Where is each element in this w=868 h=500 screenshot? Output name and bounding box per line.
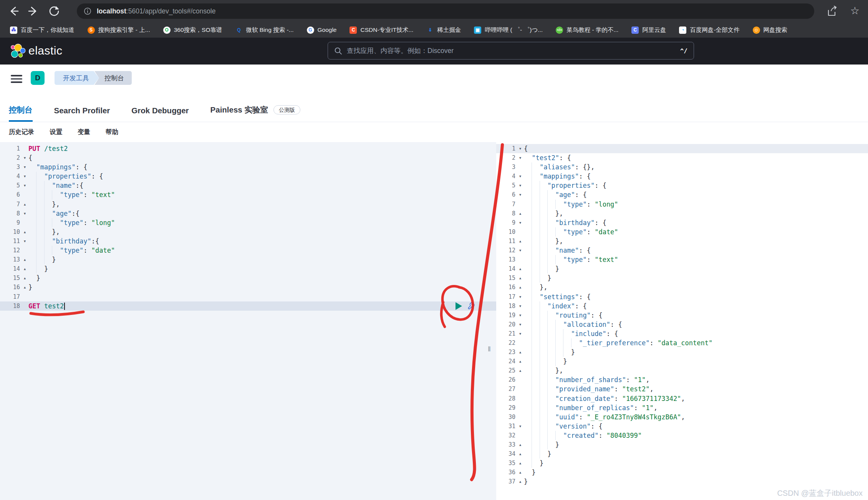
code-line[interactable]: 37▲} bbox=[496, 477, 868, 486]
code-line[interactable]: 13▲} bbox=[0, 255, 496, 264]
fold-toggle-icon[interactable]: ▲ bbox=[517, 209, 524, 218]
code-line[interactable]: 22"_tier_preference": "data_content" bbox=[496, 338, 868, 348]
fold-toggle-icon[interactable]: ▲ bbox=[517, 366, 524, 375]
bookmark-item[interactable]: O360搜索，SO靠谱 bbox=[163, 26, 222, 34]
code-line[interactable]: 26"number_of_shards": "1", bbox=[496, 375, 868, 384]
tab-console[interactable]: 控制台 bbox=[9, 104, 33, 122]
console-menu-item-0[interactable]: 历史记录 bbox=[9, 128, 34, 136]
code-line[interactable]: 14▲} bbox=[0, 264, 496, 273]
console-menu-item-2[interactable]: 变量 bbox=[78, 128, 90, 136]
url-bar[interactable]: localhost:5601/app/dev_tools#/console bbox=[77, 3, 814, 19]
code-line[interactable]: 5▼"name":{ bbox=[0, 181, 496, 190]
code-line[interactable]: 12▼"name": { bbox=[496, 246, 868, 255]
code-line[interactable]: 8▼"age":{ bbox=[0, 209, 496, 218]
fold-toggle-icon[interactable]: ▲ bbox=[21, 200, 28, 209]
code-line[interactable]: 10▲}, bbox=[0, 227, 496, 237]
fold-toggle-icon[interactable]: ▲ bbox=[21, 255, 28, 264]
code-line[interactable]: 36▲} bbox=[496, 468, 868, 477]
code-line[interactable]: 2▼"test2": { bbox=[496, 153, 868, 162]
code-line[interactable]: 4▼"mappings": { bbox=[496, 172, 868, 181]
tab-painless-[interactable]: Painless 实验室公测版 bbox=[210, 104, 300, 122]
fold-toggle-icon[interactable]: ▼ bbox=[517, 190, 524, 199]
code-line[interactable]: 18▼"index": { bbox=[496, 301, 868, 311]
bookmark-item[interactable]: ⁂百度一下，你就知道 bbox=[10, 26, 75, 34]
forward-icon[interactable] bbox=[28, 5, 39, 17]
fold-toggle-icon[interactable]: ▲ bbox=[21, 273, 28, 283]
fold-toggle-icon[interactable]: ▼ bbox=[517, 153, 524, 162]
code-line[interactable]: 2▼{ bbox=[0, 153, 496, 162]
fold-toggle-icon[interactable]: ▼ bbox=[517, 172, 524, 181]
fold-toggle-icon[interactable]: ▲ bbox=[517, 468, 524, 477]
code-line[interactable]: 11▼"birthday":{ bbox=[0, 237, 496, 246]
code-line[interactable]: 3"aliases": {}, bbox=[496, 162, 868, 172]
menu-hamburger-icon[interactable] bbox=[11, 75, 22, 84]
code-line[interactable]: 7▲}, bbox=[0, 200, 496, 209]
console-menu-item-1[interactable]: 设置 bbox=[50, 128, 62, 136]
fold-toggle-icon[interactable]: ▲ bbox=[517, 273, 524, 283]
fold-toggle-icon[interactable]: ▼ bbox=[517, 181, 524, 190]
bookmark-item[interactable]: </>菜鸟教程 - 学的不... bbox=[556, 26, 618, 34]
code-line[interactable]: 10"type": "date" bbox=[496, 227, 868, 237]
code-line[interactable]: 8▲}, bbox=[496, 209, 868, 218]
fold-toggle-icon[interactable]: ▲ bbox=[21, 227, 28, 237]
bookmark-item[interactable]: ◔百度网盘-全部文件 bbox=[679, 26, 739, 34]
code-line[interactable]: 19▼"routing": { bbox=[496, 311, 868, 320]
code-line[interactable]: 24▲} bbox=[496, 357, 868, 366]
code-line[interactable]: 1PUT /test2 bbox=[0, 144, 496, 153]
fold-toggle-icon[interactable]: ▲ bbox=[21, 264, 28, 273]
code-line[interactable]: 21▼"include": { bbox=[496, 329, 868, 338]
code-line[interactable]: 29"number_of_replicas": "1", bbox=[496, 403, 868, 412]
code-line[interactable]: 11▲}, bbox=[496, 237, 868, 246]
code-line[interactable]: 5▼"properties": { bbox=[496, 181, 868, 190]
bookmark-item[interactable]: ▣哔哩哔哩 ( ゜- ゜)つ... bbox=[474, 26, 543, 34]
code-line[interactable]: 32"created": "8040399" bbox=[496, 431, 868, 440]
response-viewer[interactable]: 1▼{2▼"test2": {3"aliases": {},4▼"mapping… bbox=[496, 142, 868, 500]
send-request-play-button[interactable] bbox=[456, 302, 462, 310]
back-icon[interactable] bbox=[8, 5, 19, 17]
fold-toggle-icon[interactable]: ▼ bbox=[517, 311, 524, 320]
code-line[interactable]: 16▲}, bbox=[496, 283, 868, 292]
fold-toggle-icon[interactable]: ▲ bbox=[517, 440, 524, 449]
fold-toggle-icon[interactable]: ▼ bbox=[21, 172, 28, 181]
fold-toggle-icon[interactable]: ▼ bbox=[21, 153, 28, 162]
code-line[interactable]: 15▲} bbox=[0, 273, 496, 283]
bookmark-item[interactable]: GGoogle bbox=[307, 26, 337, 34]
fold-toggle-icon[interactable]: ▼ bbox=[517, 301, 524, 311]
request-options-wrench-icon[interactable] bbox=[465, 300, 476, 311]
fold-toggle-icon[interactable]: ▲ bbox=[517, 237, 524, 246]
code-line[interactable]: 18GET test2 bbox=[0, 301, 496, 311]
code-line[interactable]: 3▼"mappings": { bbox=[0, 162, 496, 172]
bookmark-item[interactable]: Q微软 Bing 搜索 -... bbox=[235, 26, 293, 34]
code-line[interactable]: 14▲} bbox=[496, 264, 868, 273]
bookmark-item[interactable]: ☺网盘搜索 bbox=[753, 26, 787, 34]
code-line[interactable]: 35▲} bbox=[496, 459, 868, 468]
fold-toggle-icon[interactable]: ▼ bbox=[517, 218, 524, 227]
code-line[interactable]: 15▲} bbox=[496, 273, 868, 283]
pane-resize-handle[interactable]: ‖ bbox=[488, 345, 491, 353]
fold-toggle-icon[interactable]: ▼ bbox=[21, 162, 28, 172]
code-line[interactable]: 13"type": "text" bbox=[496, 255, 868, 264]
fold-toggle-icon[interactable]: ▼ bbox=[21, 209, 28, 218]
code-line[interactable]: 4▼"properties": { bbox=[0, 172, 496, 181]
code-line[interactable]: 33▲} bbox=[496, 440, 868, 449]
code-line[interactable]: 17▼"settings": { bbox=[496, 292, 868, 301]
code-line[interactable]: 25▲}, bbox=[496, 366, 868, 375]
code-line[interactable]: 1▼{ bbox=[496, 144, 868, 153]
code-line[interactable]: 6▼"age": { bbox=[496, 190, 868, 199]
request-editor[interactable]: 1PUT /test22▼{3▼"mappings": {4▼"properti… bbox=[0, 142, 496, 500]
code-line[interactable]: 6"type": "text" bbox=[0, 190, 496, 199]
fold-toggle-icon[interactable]: ▲ bbox=[517, 477, 524, 486]
code-line[interactable]: 16▲} bbox=[0, 283, 496, 292]
code-line[interactable]: 23▲} bbox=[496, 348, 868, 357]
bookmark-item[interactable]: S搜狗搜索引擎 - 上... bbox=[88, 26, 150, 34]
breadcrumb-console[interactable]: 控制台 bbox=[94, 71, 132, 85]
code-line[interactable]: 28"creation_date": "1667371173342", bbox=[496, 394, 868, 403]
console-menu-item-3[interactable]: 帮助 bbox=[106, 128, 118, 136]
fold-toggle-icon[interactable]: ▼ bbox=[517, 246, 524, 255]
tab-search-profiler[interactable]: Search Profiler bbox=[54, 106, 110, 122]
global-search-input[interactable]: 查找应用、内容等。例如：Discover ^/ bbox=[328, 42, 694, 60]
code-line[interactable]: 30"uuid": "_E_ro4Z3Tny8W4sTkgzB6A", bbox=[496, 412, 868, 422]
code-line[interactable]: 9▼"birthday": { bbox=[496, 218, 868, 227]
fold-toggle-icon[interactable]: ▼ bbox=[517, 329, 524, 338]
code-line[interactable]: 9"type": "long" bbox=[0, 218, 496, 227]
